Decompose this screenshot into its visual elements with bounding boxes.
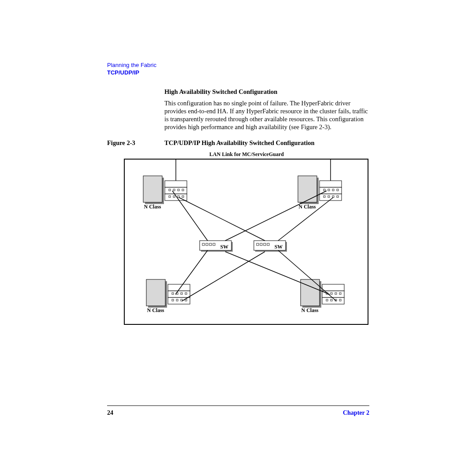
figure-caption-row: Figure 2-3 TCP/UDP/IP High Availability … [107,139,369,147]
page-number: 24 [107,409,113,416]
node-top-left: N Class [143,176,187,210]
section-paragraph: This configuration has no single point o… [164,99,369,131]
svg-rect-42 [322,284,344,291]
node-tl-label: N Class [144,204,161,210]
page-header: Planning the Fabric TCP/UDP/IP [107,62,369,76]
node-br-label: N Class [301,307,318,313]
svg-line-71 [175,250,208,294]
node-bl-label: N Class [147,307,164,313]
header-topic: TCP/UDP/IP [107,69,369,76]
node-tr-label: N Class [298,204,316,210]
svg-rect-30 [168,291,190,298]
svg-rect-28 [146,279,165,306]
switch-l-label: SW [220,244,229,250]
node-top-right: N Class [298,176,342,210]
svg-line-72 [182,252,265,301]
figure-container: LAN Link for MC/ServiceGuard [124,151,369,333]
switch-r-label: SW [275,244,283,250]
svg-rect-3 [165,181,187,187]
svg-rect-2 [143,176,162,202]
switch-left: SW [200,241,233,252]
svg-line-68 [179,197,265,241]
switch-right: SW [254,241,287,252]
header-breadcrumb: Planning the Fabric [107,62,369,68]
page-footer: 24 Chapter 2 [107,405,369,416]
network-diagram: N Class N Class [124,159,368,333]
svg-line-69 [225,191,327,241]
node-bottom-left: N Class [146,279,190,313]
svg-rect-4 [165,187,187,194]
svg-rect-16 [320,181,342,187]
figure-title: TCP/UDP/IP High Availability Switched Co… [164,139,315,147]
svg-rect-15 [298,176,317,202]
figure-number: Figure 2-3 [107,139,164,147]
svg-line-67 [172,191,208,241]
figure-top-label: LAN Link for MC/ServiceGuard [124,151,369,158]
svg-line-73 [225,252,330,294]
chapter-link[interactable]: Chapter 2 [343,409,369,416]
section-heading: High Availability Switched Configuration [164,88,369,96]
node-bottom-right: N Class [301,279,344,313]
